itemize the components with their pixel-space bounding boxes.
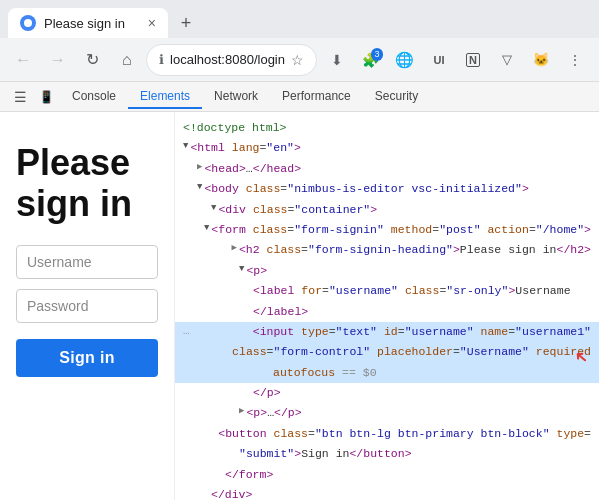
code-line: ▼ <div class="container" > xyxy=(175,200,599,220)
bookmark-star-icon[interactable]: ☆ xyxy=(291,52,304,68)
browser-icon-4[interactable]: ▽ xyxy=(491,44,523,76)
collapse-icon[interactable]: ▼ xyxy=(197,180,202,194)
n-icon: N xyxy=(466,53,480,67)
tab-bar: Please sign in × + xyxy=(0,0,599,38)
code-line: <label for="username" class="sr-only" > … xyxy=(175,281,599,301)
code-line: </form> xyxy=(175,465,599,485)
forward-button[interactable]: → xyxy=(43,44,74,76)
tab-performance[interactable]: Performance xyxy=(270,85,363,109)
login-panel: Please sign in Sign in xyxy=(0,112,175,500)
code-line: </label> xyxy=(175,302,599,322)
code-line: ▶ <p> … </p> xyxy=(175,403,599,423)
collapse-icon[interactable]: ▼ xyxy=(211,201,216,215)
nav-icons: ⬇ 🧩 3 🌐 UI N ▽ 🐱 ⋮ xyxy=(321,44,591,76)
code-panel: <!doctype html> ▼ <html lang="en" > ▶ <h… xyxy=(175,112,599,500)
address-text: localhost:8080/login xyxy=(170,52,285,67)
hamburger-icon: ☰ xyxy=(14,89,27,105)
download-icon: ⬇ xyxy=(331,52,343,68)
devtools-menu-icon[interactable]: ☰ xyxy=(8,85,32,109)
tab-network[interactable]: Network xyxy=(202,85,270,109)
collapse-icon[interactable]: ▶ xyxy=(232,241,237,255)
sign-in-button[interactable]: Sign in xyxy=(16,339,158,377)
home-button[interactable]: ⌂ xyxy=(112,44,143,76)
code-line: </p> xyxy=(175,383,599,403)
globe-icon: 🌐 xyxy=(395,51,414,69)
collapse-icon[interactable]: ▼ xyxy=(239,262,244,276)
code-line: <!doctype html> xyxy=(175,118,599,138)
lock-icon: ℹ xyxy=(159,52,164,67)
code-line: </div> xyxy=(175,485,599,500)
navigation-bar: ← → ↻ ⌂ ℹ localhost:8080/login ☆ ⬇ 🧩 3 🌐… xyxy=(0,38,599,82)
code-line: "submit" > Sign in </button> xyxy=(175,444,599,464)
notification-badge: 3 xyxy=(371,48,383,61)
code-line: ▼ <p> xyxy=(175,261,599,281)
collapse-icon[interactable]: ▼ xyxy=(204,221,209,235)
menu-button[interactable]: ⋮ xyxy=(559,44,591,76)
devtools-toolbar: ☰ 📱 Console Elements Network Performance… xyxy=(0,82,599,112)
address-bar[interactable]: ℹ localhost:8080/login ☆ xyxy=(146,44,317,76)
back-button[interactable]: ← xyxy=(8,44,39,76)
downloads-button[interactable]: ⬇ xyxy=(321,44,353,76)
device-toolbar-button[interactable]: 📱 xyxy=(34,85,58,109)
code-line: ▶ <h2 class="form-signin-heading" > Plea… xyxy=(175,240,599,260)
collapse-icon[interactable]: ▶ xyxy=(239,404,244,418)
new-tab-button[interactable]: + xyxy=(172,9,200,37)
profile-icon: 🐱 xyxy=(533,52,549,67)
username-input[interactable] xyxy=(16,245,158,279)
code-line: ▶ <head>…</head> xyxy=(175,159,599,179)
collapse-icon[interactable]: ▼ xyxy=(183,139,188,153)
code-line-highlighted: … <input type="text" id="username" name=… xyxy=(175,322,599,342)
menu-icon: ⋮ xyxy=(568,52,582,68)
browser-icon-3[interactable]: N xyxy=(457,44,489,76)
code-line: ▼ <form class="form-signin" method="post… xyxy=(175,220,599,240)
devtools-tabs: Console Elements Network Performance Sec… xyxy=(60,85,430,109)
main-area: Please sign in Sign in <!doctype html> ▼… xyxy=(0,112,599,500)
active-tab[interactable]: Please sign in × xyxy=(8,8,168,38)
collapse-icon[interactable]: ▶ xyxy=(197,160,202,174)
code-line: ▼ <body class="nimbus-is-editor vsc-init… xyxy=(175,179,599,199)
browser-icon-2[interactable]: UI xyxy=(423,44,455,76)
code-line-highlighted: autofocus == $0 xyxy=(175,363,599,383)
mobile-icon: 📱 xyxy=(39,90,54,104)
tab-elements[interactable]: Elements xyxy=(128,85,202,109)
tab-title: Please sign in xyxy=(44,16,125,31)
code-line: ▼ <html lang="en" > xyxy=(175,138,599,158)
browser-icon-1[interactable]: 🌐 xyxy=(389,44,421,76)
profile-button[interactable]: 🐱 xyxy=(525,44,557,76)
filter-icon: ▽ xyxy=(502,52,512,67)
reload-button[interactable]: ↻ xyxy=(77,44,108,76)
extensions-button[interactable]: 🧩 3 xyxy=(355,44,387,76)
tab-close-button[interactable]: × xyxy=(148,16,156,30)
page-title: Please sign in xyxy=(16,142,158,225)
code-line: <button class="btn btn-lg btn-primary bt… xyxy=(175,424,599,444)
password-input[interactable] xyxy=(16,289,158,323)
code-line-highlighted: class="form-control" placeholder="Userna… xyxy=(175,342,599,362)
tab-favicon xyxy=(20,15,36,31)
tab-console[interactable]: Console xyxy=(60,85,128,109)
tab-security[interactable]: Security xyxy=(363,85,430,109)
ui-icon: UI xyxy=(433,54,444,66)
